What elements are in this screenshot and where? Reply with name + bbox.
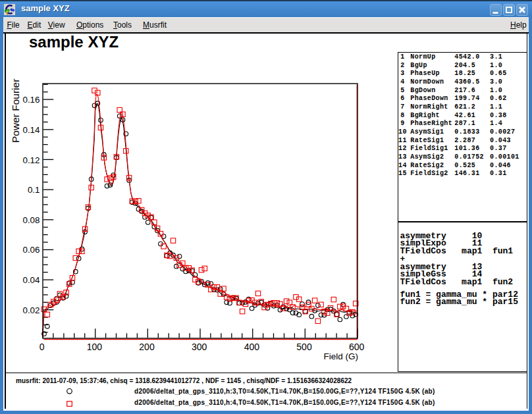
svg-text:400: 400 bbox=[244, 342, 260, 352]
svg-text:0: 0 bbox=[40, 342, 45, 352]
svg-text:0.06: 0.06 bbox=[22, 245, 40, 255]
svg-text:Field (G): Field (G) bbox=[323, 351, 358, 361]
svg-text:500: 500 bbox=[296, 342, 312, 352]
svg-text:0.08: 0.08 bbox=[22, 215, 40, 225]
svg-text:100: 100 bbox=[87, 342, 103, 352]
svg-text:200: 200 bbox=[139, 342, 155, 352]
svg-text:300: 300 bbox=[192, 342, 207, 352]
svg-text:0.02: 0.02 bbox=[22, 305, 40, 315]
svg-text:0.14: 0.14 bbox=[22, 125, 40, 135]
svg-text:0.16: 0.16 bbox=[22, 95, 40, 105]
svg-text:600: 600 bbox=[349, 342, 365, 352]
svg-text:0.04: 0.04 bbox=[22, 275, 40, 285]
svg-text:0.12: 0.12 bbox=[22, 155, 40, 165]
svg-text:sample XYZ: sample XYZ bbox=[29, 33, 119, 51]
svg-text:0.1: 0.1 bbox=[28, 185, 40, 195]
svg-text:Power Fourier: Power Fourier bbox=[10, 79, 21, 143]
